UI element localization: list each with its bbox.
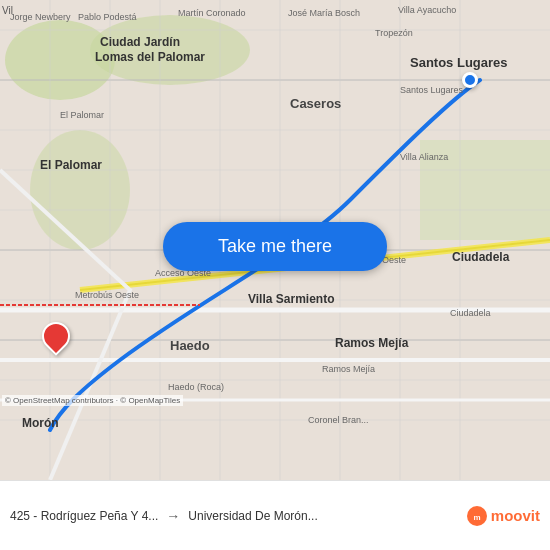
take-me-there-button[interactable]: Take me there — [163, 222, 387, 271]
moovit-text: moovit — [491, 507, 540, 524]
destination-marker — [42, 322, 70, 350]
arrow-icon: → — [166, 508, 180, 524]
origin-marker — [462, 72, 478, 88]
route-from-label: 425 - Rodríguez Peña Y 4... — [10, 509, 158, 523]
svg-text:m: m — [473, 513, 480, 522]
map-attribution: © OpenStreetMap contributors · © OpenMap… — [2, 395, 183, 406]
map-container: Jorge Newbery Pablo Podestá Martín Coron… — [0, 0, 550, 480]
moovit-logo: m moovit — [466, 505, 540, 527]
route-to-label: Universidad De Morón... — [188, 509, 317, 523]
route-info: 425 - Rodríguez Peña Y 4... → Universida… — [10, 508, 458, 524]
bottom-bar: 425 - Rodríguez Peña Y 4... → Universida… — [0, 480, 550, 550]
moovit-icon: m — [466, 505, 488, 527]
